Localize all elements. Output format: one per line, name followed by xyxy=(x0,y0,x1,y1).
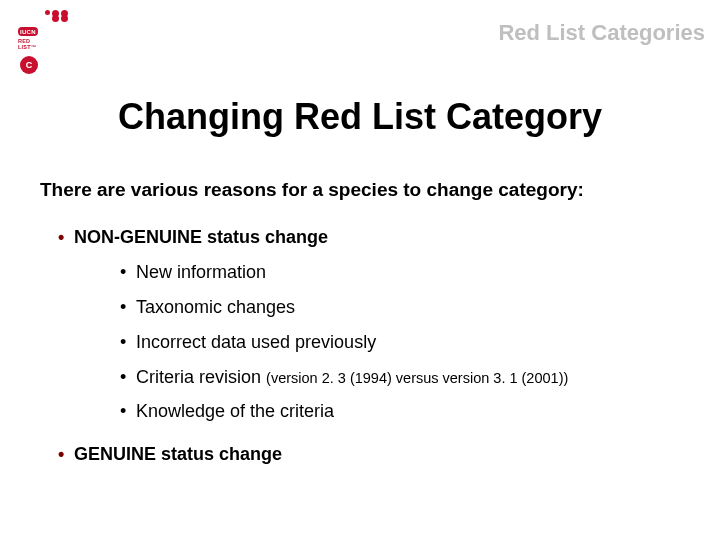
iucn-logo: IUCN REDLIST™ C xyxy=(18,10,68,74)
slide-title: Changing Red List Category xyxy=(0,96,720,138)
bullet-list: NON-GENUINE status change New informatio… xyxy=(40,223,680,469)
sub-bullet-list: New information Taxonomic changes Incorr… xyxy=(74,258,680,426)
header-category-label: Red List Categories xyxy=(498,20,705,46)
bullet-label: GENUINE status change xyxy=(74,444,282,464)
sub-bullet-text: New information xyxy=(136,262,266,282)
paw-dot-icon xyxy=(52,15,59,22)
sub-bullet: Incorrect data used previously xyxy=(120,328,680,357)
sub-bullet: Criteria revision (version 2. 3 (1994) v… xyxy=(120,363,680,392)
sub-bullet-text: Incorrect data used previously xyxy=(136,332,376,352)
slide: IUCN REDLIST™ C Red List Categories Chan… xyxy=(0,0,720,540)
bullet-nongenuine: NON-GENUINE status change New informatio… xyxy=(58,223,680,426)
paw-dot-icon xyxy=(45,10,50,15)
slide-body: There are various reasons for a species … xyxy=(40,175,680,475)
intro-text: There are various reasons for a species … xyxy=(40,175,680,205)
paw-dot-icon xyxy=(61,15,68,22)
sub-bullet-text: Taxonomic changes xyxy=(136,297,295,317)
logo-badge: IUCN xyxy=(18,27,38,36)
sub-bullet: Taxonomic changes xyxy=(120,293,680,322)
sub-bullet: New information xyxy=(120,258,680,287)
bullet-genuine: GENUINE status change xyxy=(58,440,680,469)
sub-bullet: Knowledge of the criteria xyxy=(120,397,680,426)
sub-bullet-note: (version 2. 3 (1994) versus version 3. 1… xyxy=(266,370,568,386)
bullet-label: NON-GENUINE status change xyxy=(74,227,328,247)
sub-bullet-text: Criteria revision xyxy=(136,367,261,387)
sub-bullet-text: Knowledge of the criteria xyxy=(136,401,334,421)
logo-secondary-icon: C xyxy=(20,56,38,74)
logo-text: REDLIST™ xyxy=(18,39,68,50)
